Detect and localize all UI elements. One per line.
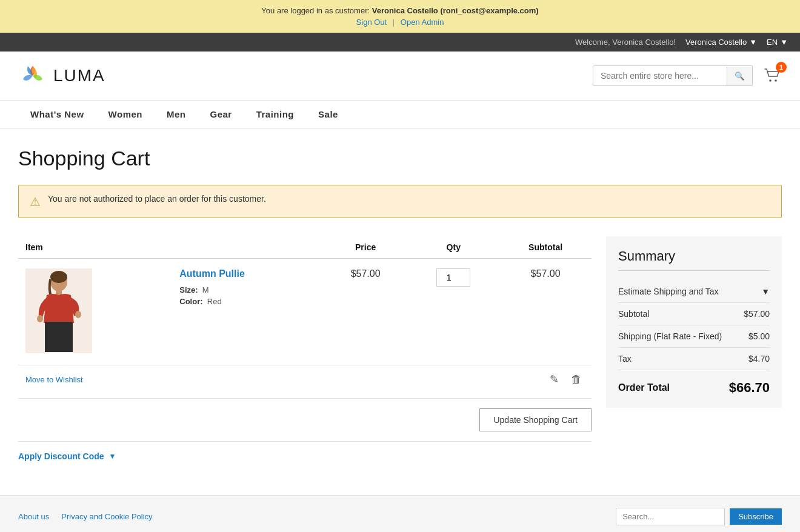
edit-icon: ✎ xyxy=(550,373,559,385)
nav-item-men[interactable]: Men xyxy=(155,101,198,128)
cart-layout: Item Price Qty Subtotal xyxy=(18,236,782,471)
logo[interactable]: LUMA xyxy=(18,61,105,90)
order-total-label: Order Total xyxy=(618,382,670,393)
main-nav: What's New Women Men Gear Training Sale xyxy=(0,101,800,128)
main-content: Shopping Cart ⚠ You are not authorized t… xyxy=(0,128,800,495)
nav-item-gear[interactable]: Gear xyxy=(198,101,244,128)
search-icon: 🔍 xyxy=(735,71,745,81)
summary-content: Summary Estimate Shipping and Tax ▼ Subt… xyxy=(606,236,782,408)
subtotal-label: Subtotal xyxy=(618,309,649,319)
nav-item-whats-new[interactable]: What's New xyxy=(18,101,96,128)
language-selector[interactable]: EN ▼ xyxy=(767,38,788,47)
top-bar-links: Sign Out | Open Admin xyxy=(12,18,788,27)
items-table: Item Price Qty Subtotal xyxy=(18,236,592,399)
cart-badge: 1 xyxy=(776,62,787,73)
cart-bottom-actions: Update Shopping Cart xyxy=(18,399,592,442)
shipping-row-label: Shipping (Flat Rate - Fixed) xyxy=(618,331,722,341)
open-admin-link[interactable]: Open Admin xyxy=(401,18,444,27)
account-bar: Welcome, Veronica Costello! Veronica Cos… xyxy=(0,33,800,52)
subtotal-header: Subtotal xyxy=(499,236,592,259)
top-bar-message: You are logged in as customer: Veronica … xyxy=(12,6,788,15)
search-bar: 🔍 xyxy=(593,65,753,86)
svg-point-1 xyxy=(769,79,772,82)
search-input[interactable] xyxy=(593,66,727,85)
discount-section: Apply Discount Code ▼ xyxy=(18,442,592,471)
lang-label: EN xyxy=(767,38,778,47)
shipping-estimate-row[interactable]: Estimate Shipping and Tax ▼ xyxy=(618,281,770,303)
qty-header: Qty xyxy=(407,236,499,259)
table-header-row: Item Price Qty Subtotal xyxy=(18,236,592,259)
separator: | xyxy=(393,18,397,27)
discount-toggle[interactable]: Apply Discount Code ▼ xyxy=(18,451,592,461)
svg-rect-11 xyxy=(61,335,73,352)
item-actions-cell: Move to Wishlist ✎ 🗑 xyxy=(18,365,592,399)
order-total-value: $66.70 xyxy=(729,380,770,396)
svg-point-7 xyxy=(37,315,43,322)
nav-item-women[interactable]: Women xyxy=(96,101,155,128)
alert-message: ⚠ You are not authorized to place an ord… xyxy=(18,185,782,218)
lang-chevron-icon: ▼ xyxy=(780,38,788,47)
qty-input[interactable] xyxy=(436,268,470,287)
item-actions-inner: Move to Wishlist ✎ 🗑 xyxy=(25,370,584,388)
top-bar: You are logged in as customer: Veronica … xyxy=(0,0,800,33)
order-total-row: Order Total $66.70 xyxy=(618,370,770,396)
search-button[interactable]: 🔍 xyxy=(727,67,752,85)
user-menu[interactable]: Veronica Costello ▼ xyxy=(685,38,757,47)
svg-rect-6 xyxy=(56,290,62,295)
nav-item-sale[interactable]: Sale xyxy=(306,101,350,128)
trash-icon: 🗑 xyxy=(571,373,582,385)
item-header: Item xyxy=(18,236,324,259)
subtotal-value: $57.00 xyxy=(744,309,770,319)
cart-icon[interactable]: 1 xyxy=(762,65,782,87)
shipping-value: $5.00 xyxy=(748,331,770,341)
footer-links: About us Privacy and Cookie Policy xyxy=(18,512,153,521)
warning-icon: ⚠ xyxy=(30,195,41,209)
login-text: You are logged in as customer: xyxy=(261,6,370,15)
svg-rect-10 xyxy=(45,335,57,352)
logo-icon xyxy=(18,61,47,90)
discount-chevron-icon: ▼ xyxy=(109,452,116,461)
header-right: 🔍 1 xyxy=(593,65,782,87)
page-title: Shopping Cart xyxy=(18,147,782,170)
icon-actions: ✎ 🗑 xyxy=(547,370,584,388)
nav-item-training[interactable]: Training xyxy=(244,101,306,128)
header: LUMA 🔍 1 xyxy=(0,52,800,101)
tax-value: $4.70 xyxy=(748,354,770,364)
price-cell: $57.00 xyxy=(324,259,407,365)
subtotal-row: Subtotal $57.00 xyxy=(618,303,770,325)
user-menu-chevron-icon: ▼ xyxy=(749,38,757,47)
discount-label: Apply Discount Code xyxy=(18,451,104,461)
logo-text: LUMA xyxy=(53,66,105,85)
item-image-cell xyxy=(18,259,172,365)
item-color: Color: Red xyxy=(179,297,316,306)
footer: About us Privacy and Cookie Policy Subsc… xyxy=(0,495,800,532)
cart-summary-panel: Summary Estimate Shipping and Tax ▼ Subt… xyxy=(606,236,782,408)
shipping-chevron-icon: ▼ xyxy=(761,287,770,296)
edit-item-button[interactable]: ✎ xyxy=(547,370,561,388)
footer-subscribe-button[interactable]: Subscribe xyxy=(730,508,782,525)
shipping-label: Estimate Shipping and Tax xyxy=(618,287,719,296)
svg-point-2 xyxy=(775,79,777,82)
cart-items-section: Item Price Qty Subtotal xyxy=(18,236,592,471)
footer-about-link[interactable]: About us xyxy=(18,512,49,521)
footer-email-input[interactable] xyxy=(616,508,725,525)
qty-cell xyxy=(407,259,499,365)
user-name: Veronica Costello xyxy=(685,38,747,47)
shipping-row-detail: Shipping (Flat Rate - Fixed) $5.00 xyxy=(618,325,770,348)
product-image xyxy=(25,268,92,353)
customer-name: Veronica Costello (roni_cost@example.com… xyxy=(372,6,539,15)
svg-point-5 xyxy=(50,271,67,283)
footer-privacy-link[interactable]: Privacy and Cookie Policy xyxy=(61,512,152,521)
price-header: Price xyxy=(324,236,407,259)
alert-text: You are not authorized to place an order… xyxy=(48,194,266,204)
move-to-wishlist-link[interactable]: Move to Wishlist xyxy=(25,375,83,384)
update-cart-button[interactable]: Update Shopping Cart xyxy=(479,408,592,431)
item-name: Autumn Pullie xyxy=(179,268,316,279)
welcome-message: Welcome, Veronica Costello! xyxy=(575,38,676,47)
item-size: Size: M xyxy=(179,285,316,294)
delete-item-button[interactable]: 🗑 xyxy=(568,370,584,388)
sign-out-link[interactable]: Sign Out xyxy=(356,18,387,27)
tax-row: Tax $4.70 xyxy=(618,348,770,370)
summary-title: Summary xyxy=(618,248,770,271)
footer-search: Subscribe xyxy=(616,508,782,525)
